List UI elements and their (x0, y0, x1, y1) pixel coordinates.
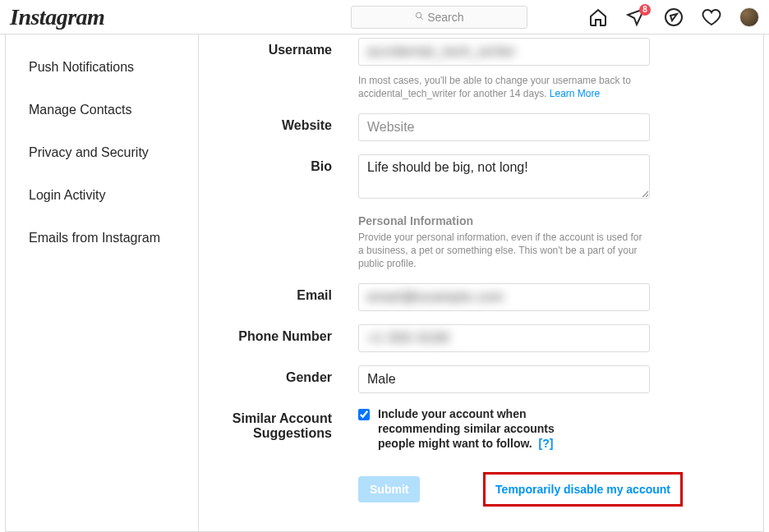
sidebar-item-push-notifications[interactable]: Push Notifications (6, 46, 198, 89)
home-icon[interactable] (588, 7, 608, 27)
website-input[interactable] (358, 113, 650, 141)
explore-icon[interactable] (664, 7, 684, 27)
personal-info-section: Personal Information Provide your person… (358, 214, 650, 270)
submit-button[interactable]: Submit (358, 476, 420, 502)
similar-checkbox[interactable] (358, 409, 370, 420)
search-icon (415, 11, 424, 23)
disable-account-link[interactable]: Temporarily disable my account (483, 472, 683, 507)
form-actions: Submit Temporarily disable my account (358, 472, 683, 507)
phone-label: Phone Number (199, 324, 358, 344)
messages-icon[interactable]: 8 (626, 7, 646, 27)
svg-point-0 (417, 12, 421, 17)
learn-more-link[interactable]: Learn More (550, 88, 600, 99)
similar-checkbox-label: Include your account when recommending s… (378, 406, 583, 451)
svg-line-1 (421, 16, 423, 19)
topbar-icons: 8 (588, 7, 759, 27)
username-help: In most cases, you'll be able to change … (358, 74, 650, 100)
username-input[interactable]: accidental_tech_writer (358, 38, 650, 66)
similar-help-link[interactable]: [?] (538, 437, 553, 450)
bio-label: Bio (199, 154, 358, 174)
svg-marker-3 (670, 14, 677, 21)
personal-info-title: Personal Information (358, 214, 650, 227)
gender-label: Gender (199, 365, 358, 385)
email-label: Email (199, 283, 358, 303)
avatar[interactable] (739, 7, 759, 27)
phone-input[interactable]: +1 555 0100 (358, 324, 650, 352)
settings-sidebar: Push Notifications Manage Contacts Priva… (5, 34, 199, 532)
personal-info-desc: Provide your personal information, even … (358, 231, 650, 270)
sidebar-item-login-activity[interactable]: Login Activity (6, 174, 198, 217)
search-input[interactable]: Search (351, 6, 527, 29)
sidebar-item-privacy-security[interactable]: Privacy and Security (6, 131, 198, 174)
similar-label: Similar Account Suggestions (199, 406, 358, 441)
website-label: Website (199, 113, 358, 133)
edit-profile-form: Username accidental_tech_writer In most … (199, 34, 764, 532)
sidebar-item-emails[interactable]: Emails from Instagram (6, 217, 198, 259)
activity-icon[interactable] (702, 7, 721, 27)
email-input[interactable]: email@example.com (358, 283, 650, 311)
notification-badge: 8 (639, 4, 651, 16)
bio-textarea[interactable] (358, 154, 650, 199)
gender-input[interactable] (358, 365, 650, 393)
main-layout: Push Notifications Manage Contacts Priva… (0, 34, 769, 532)
search-placeholder: Search (427, 11, 463, 24)
username-label: Username (199, 38, 358, 57)
logo[interactable]: Instagram (10, 4, 104, 30)
sidebar-item-manage-contacts[interactable]: Manage Contacts (6, 89, 198, 131)
top-nav: Instagram Search 8 (0, 0, 769, 34)
